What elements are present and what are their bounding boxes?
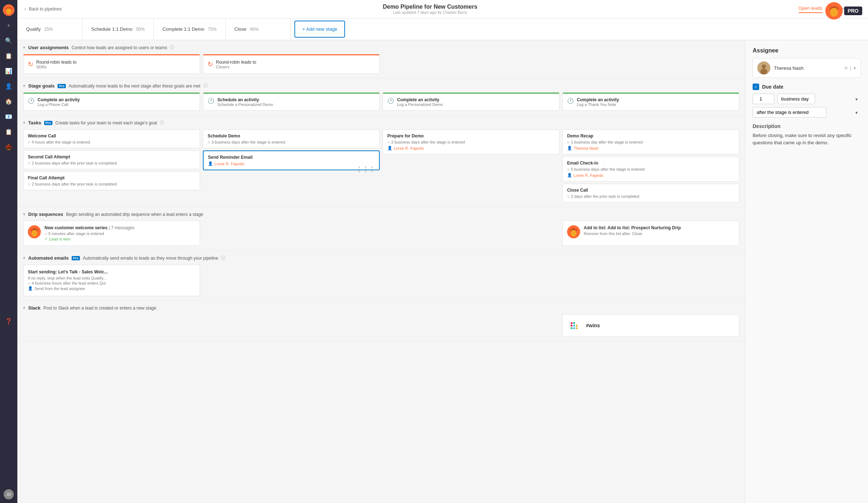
task-second-call-title: Second Call Attempt — [28, 154, 195, 159]
stage-goals-help-icon[interactable]: ⓘ — [203, 83, 208, 89]
tasks-collapse[interactable]: ▾ — [23, 120, 25, 125]
back-to-pipelines-link[interactable]: Back to pipelines — [29, 7, 62, 12]
svg-rect-22 — [571, 325, 573, 327]
drip-card-prospect[interactable]: Add to list: Add to list: Prospect Nurtu… — [562, 221, 739, 246]
due-timing-wrapper: after the stage is entered after the pri… — [753, 107, 861, 118]
tasks-header: ▾ Tasks Pro Create tasks for your team t… — [23, 120, 739, 126]
slack-logo-icon — [569, 319, 582, 332]
task-welcome-call[interactable]: Welcome Call ○ 4 hours after the stage i… — [23, 129, 200, 148]
due-unit-select[interactable]: business day business days hours days — [777, 94, 815, 104]
stage-goals-title: Stage goals — [28, 83, 55, 89]
goal-card-0[interactable]: 🕐 Complete an activity Log a Phone Call — [23, 93, 200, 111]
main-content: PRO ‹ Back to pipelines Demo Pipeline fo… — [17, 0, 868, 503]
goal-card-1[interactable]: 🕐 Schedule an activity Schedule a Person… — [203, 93, 380, 111]
sidebar-acorn-icon[interactable]: 🌰 — [2, 140, 15, 153]
slack-header: ▾ Slack Post to Slack when a lead is cre… — [23, 305, 739, 311]
add-stage-button[interactable]: + Add new stage — [294, 21, 345, 38]
task-final-call[interactable]: Final Call Attempt ○ 2 business days aft… — [23, 171, 200, 190]
stage-complete-pct: 75% — [208, 27, 217, 32]
task-send-reminder[interactable]: Send Reminder Email 👤 Loree R. Fajardo ⋮… — [203, 150, 380, 170]
due-unit-wrapper: business day business days hours days — [777, 94, 861, 104]
goal-card-3[interactable]: 🕐 Complete an activity Log a Thank You N… — [562, 93, 739, 111]
email-stop-condition: If no reply, stop when the lead exits Qu… — [28, 276, 195, 280]
slack-channel-card[interactable]: #wins — [562, 314, 739, 337]
svg-point-4 — [6, 8, 11, 14]
goal-action-3: Log a Thank You Note — [577, 102, 619, 107]
due-date-header: ✓ Due date — [753, 84, 861, 90]
drip-card-0[interactable]: New customer welcome series | 7 messages… — [23, 221, 200, 246]
due-timing-select[interactable]: after the stage is entered after the pri… — [753, 107, 826, 118]
task-prepare-demo-meta: ○ 2 business days after the stage is ent… — [387, 140, 555, 144]
due-date-row-1: business day business days hours days — [753, 94, 861, 104]
due-date-checkbox[interactable]: ✓ — [753, 84, 759, 90]
pipeline-sections: ▾ User assignments Control how leads are… — [17, 40, 745, 503]
task-schedule-demo[interactable]: Schedule Demo ○ 3 business days after th… — [203, 129, 380, 148]
tab-open-leads[interactable]: Open leads — [799, 5, 823, 13]
task-email-checkin[interactable]: Email Check-in ○ 5 business days after t… — [562, 157, 739, 182]
task-clock-icon-1: ○ — [28, 161, 30, 165]
email-card-0[interactable]: Start sending: Let's Talk - Sales Welc..… — [23, 265, 200, 296]
sidebar-contacts-icon[interactable]: 👤 — [2, 80, 15, 93]
assignment-refresh-icon-1: ↻ — [208, 60, 213, 68]
goal-card-2[interactable]: 🕐 Complete an activity Log a Personalize… — [383, 93, 559, 111]
right-panel: Assignee Theresa Nash ✕ | ▾ — [745, 40, 868, 503]
slack-collapse[interactable]: ▾ — [23, 306, 25, 310]
task-schedule-demo-title: Schedule Demo — [208, 133, 375, 138]
auto-emails-help-icon[interactable]: ⓘ — [221, 255, 225, 261]
user-assignments-help-icon[interactable]: ⓘ — [170, 44, 174, 51]
sidebar-email-icon[interactable]: 📧 — [2, 110, 15, 123]
sidebar-activity-icon[interactable]: 📋 — [2, 49, 15, 62]
drip-collapse[interactable]: ▾ — [23, 212, 25, 217]
user-assignments-collapse[interactable]: ▾ — [23, 45, 25, 50]
slack-empty-0 — [23, 314, 200, 337]
task-demo-recap-meta: ○ 1 business day after the stage is ente… — [567, 140, 735, 144]
slack-desc: Post to Slack when a lead is created or … — [43, 306, 156, 311]
task-clock-icon-2: ○ — [28, 182, 30, 186]
task-demo-recap[interactable]: Demo Recap ○ 1 business day after the st… — [562, 129, 739, 154]
task-clock-icon-7: ○ — [567, 194, 570, 199]
stage-tab-schedule-demo[interactable]: Schedule 1:1 Demo 50% — [82, 18, 154, 40]
stage-tab-close[interactable]: Close 90% — [226, 18, 291, 40]
drip-clock-icon: ○ — [44, 231, 47, 236]
task-second-call-meta: ○ 2 business days after the prior task i… — [28, 161, 195, 165]
sidebar-search-icon[interactable]: 🔍 — [2, 34, 15, 47]
user-assignments-header: ▾ User assignments Control how leads are… — [23, 44, 739, 51]
due-date-row-2: after the stage is entered after the pri… — [753, 107, 861, 118]
svg-point-20 — [571, 230, 576, 236]
svg-point-5 — [7, 9, 8, 12]
sidebar-help-icon[interactable]: ❓ — [2, 315, 15, 328]
due-number-input[interactable] — [753, 94, 774, 104]
assignee-dropdown-icon[interactable]: ▾ — [854, 65, 856, 71]
sidebar-logo[interactable] — [2, 4, 15, 17]
sidebar-home-icon[interactable]: 🏠 — [2, 95, 15, 108]
sidebar-add-icon[interactable]: ＋ — [2, 19, 15, 32]
drip-prospect-title: Add to list: Add to list: Prospect Nurtu… — [584, 225, 681, 230]
auto-emails-collapse[interactable]: ▾ — [23, 256, 25, 260]
sidebar-list-icon[interactable]: 📋 — [2, 125, 15, 138]
back-arrow-icon: ‹ — [25, 7, 26, 12]
task-close-call[interactable]: Close Call ○ 2 days after the prior task… — [562, 184, 739, 203]
assignee-clear-icon[interactable]: ✕ — [844, 65, 848, 71]
task-close-call-title: Close Call — [567, 188, 735, 193]
task-second-call[interactable]: Second Call Attempt ○ 2 business days af… — [23, 150, 200, 169]
stage-close-pct: 90% — [250, 27, 259, 32]
task-prepare-demo[interactable]: Prepare for Demo ○ 2 business days after… — [383, 129, 559, 154]
sidebar-analytics-icon[interactable]: 📊 — [2, 64, 15, 77]
stage-tab-complete-demo[interactable]: Complete 1:1 Demo 75% — [154, 18, 226, 40]
sidebar-user-avatar[interactable]: JD — [4, 489, 14, 499]
goal-action-0: Log a Phone Call — [38, 102, 80, 107]
stage-goals-collapse[interactable]: ▾ — [23, 84, 25, 88]
stage-goals-header: ▾ Stage goals Pro Automatically move lea… — [23, 83, 739, 89]
task-final-call-title: Final Call Attempt — [28, 175, 195, 180]
goal-text-1: Schedule an activity Schedule a Personal… — [217, 97, 273, 107]
assignment-card-0[interactable]: ↻ Round-robin leads to SDRs — [23, 54, 200, 74]
assignment-card-1[interactable]: ↻ Round-robin leads to Closers — [203, 54, 380, 74]
assignee-actions: ✕ | ▾ — [844, 65, 856, 71]
assignment-sub-1: Closers — [216, 65, 256, 69]
tasks-col-0: Welcome Call ○ 4 hours after the stage i… — [23, 129, 200, 203]
assignment-sub-0: SDRs — [36, 65, 76, 69]
stage-tab-qualify[interactable]: Qualify 25% — [17, 18, 82, 40]
assignee-icon-2: 👤 — [387, 146, 392, 150]
tasks-help-icon[interactable]: ⓘ — [160, 120, 164, 126]
tasks-col-3: Demo Recap ○ 1 business day after the st… — [562, 129, 739, 203]
